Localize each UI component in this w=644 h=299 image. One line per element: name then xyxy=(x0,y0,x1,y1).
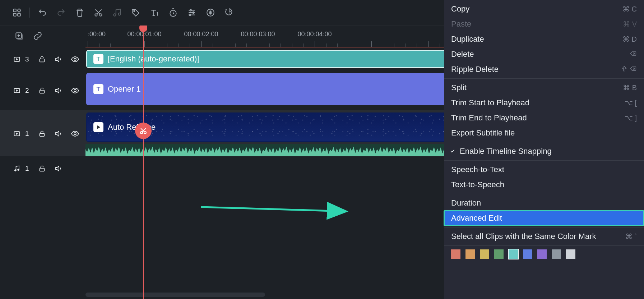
eye-icon[interactable] xyxy=(70,55,80,64)
stopwatch-icon[interactable] xyxy=(166,6,180,19)
menu-shortcut: ⌘ D xyxy=(622,35,637,43)
track-headers: 3 2 1 1 xyxy=(0,26,85,299)
cut-icon[interactable] xyxy=(92,6,105,19)
menu-item-trim-start-to-playhead[interactable]: Trim Start to Playhead⌥ [ xyxy=(444,95,644,110)
swatch[interactable] xyxy=(480,249,489,259)
swatch[interactable] xyxy=(509,249,518,259)
ruler-timecode: 00:00:04:00 xyxy=(297,31,332,38)
play-badge-icon xyxy=(93,122,103,132)
voice-icon[interactable] xyxy=(204,6,217,19)
menu-item-select-all-clips-with-the-same-color-mark[interactable]: Select all Clips with the Same Color Mar… xyxy=(444,229,644,244)
menu-item-duplicate[interactable]: Duplicate⌘ D xyxy=(444,32,644,47)
swatch[interactable] xyxy=(523,249,532,259)
link-icon[interactable] xyxy=(33,31,42,42)
menu-shortcut: ⌘ ` xyxy=(625,232,637,241)
duration-icon[interactable]: T xyxy=(222,6,236,19)
apps-icon[interactable] xyxy=(10,6,24,19)
speaker-icon[interactable] xyxy=(54,164,63,173)
eye-icon[interactable] xyxy=(70,129,80,138)
menu-item-trim-end-to-playhead[interactable]: Trim End to Playhead⌥ ] xyxy=(444,110,644,125)
menu-item-label: Copy xyxy=(451,4,469,14)
swatch[interactable] xyxy=(451,249,460,259)
menu-item-label: Duration xyxy=(451,198,481,208)
menu-shortcut xyxy=(621,65,637,74)
delete-icon[interactable] xyxy=(73,6,87,19)
track-header-3: 3 xyxy=(0,48,85,70)
speaker-icon[interactable] xyxy=(54,86,63,95)
svg-rect-0 xyxy=(13,9,16,12)
swatch[interactable] xyxy=(537,249,547,259)
add-track-icon[interactable] xyxy=(14,31,24,42)
scrollbar-thumb[interactable] xyxy=(85,293,265,297)
track-number: 1 xyxy=(25,130,30,138)
menu-item-delete[interactable]: Delete xyxy=(444,47,644,62)
svg-rect-2 xyxy=(13,13,16,16)
menu-item-label: Text-to-Speech xyxy=(451,180,504,189)
menu-item-export-subtitle-file[interactable]: Export Subtitle file xyxy=(444,125,644,141)
svg-point-6 xyxy=(113,14,116,16)
tag-icon[interactable] xyxy=(129,6,143,19)
menu-item-label: Paste xyxy=(451,19,471,29)
lock-icon[interactable] xyxy=(37,55,47,64)
ruler-timecode: 00:00:03:00 xyxy=(241,31,275,38)
svg-point-4 xyxy=(95,14,97,16)
speaker-icon[interactable] xyxy=(54,55,63,64)
track-number: 1 xyxy=(25,165,30,172)
svg-point-28 xyxy=(140,132,143,134)
video-track-icon xyxy=(12,129,22,138)
swatch[interactable] xyxy=(494,249,504,259)
separator xyxy=(29,8,30,18)
menu-item-label: Trim Start to Playhead xyxy=(451,98,529,107)
redo-icon[interactable] xyxy=(54,6,68,19)
menu-shortcut: ⌥ ] xyxy=(625,114,637,122)
video-track-icon xyxy=(12,55,22,64)
menu-item-split[interactable]: Split⌘ B xyxy=(444,80,644,95)
svg-rect-23 xyxy=(40,133,45,136)
lock-icon[interactable] xyxy=(37,164,47,173)
swatch[interactable] xyxy=(465,249,475,259)
menu-item-duration[interactable]: Duration xyxy=(444,196,644,211)
menu-item-label: Select all Clips with the Same Color Mar… xyxy=(451,232,596,241)
video-track-icon xyxy=(12,86,22,95)
swatch[interactable] xyxy=(552,249,561,259)
track-number: 2 xyxy=(25,87,30,95)
svg-rect-27 xyxy=(40,168,45,171)
audio-track-icon xyxy=(12,164,22,173)
lock-icon[interactable] xyxy=(37,129,47,138)
menu-item-copy[interactable]: Copy⌘ C xyxy=(444,1,644,17)
menu-item-paste: Paste⌘ V xyxy=(444,17,644,32)
playhead-cut-icon[interactable] xyxy=(135,123,152,139)
sliders-icon[interactable] xyxy=(185,6,199,19)
svg-point-21 xyxy=(74,89,76,92)
svg-rect-3 xyxy=(18,13,20,16)
menu-item-label: Enable Timeline Snapping xyxy=(460,147,552,156)
svg-point-8 xyxy=(134,10,135,12)
text-badge-icon xyxy=(93,84,103,94)
menu-item-enable-timeline-snapping[interactable]: Enable Timeline Snapping xyxy=(444,144,644,159)
playhead[interactable] xyxy=(143,26,144,299)
svg-point-25 xyxy=(14,169,16,171)
svg-rect-1 xyxy=(17,9,21,13)
menu-item-advanced-edit[interactable]: Advanced Edit xyxy=(444,211,644,226)
menu-item-label: Export Subtitle file xyxy=(451,128,515,138)
svg-point-18 xyxy=(74,58,76,60)
track-header-2: 2 xyxy=(0,70,85,110)
svg-rect-17 xyxy=(40,59,45,62)
eye-icon[interactable] xyxy=(70,86,80,95)
menu-item-label: Ripple Delete xyxy=(451,65,499,74)
menu-item-label: Split xyxy=(451,83,467,92)
menu-item-speech-to-text[interactable]: Speech-to-Text xyxy=(444,162,644,177)
music-icon[interactable] xyxy=(110,6,124,19)
lock-icon[interactable] xyxy=(37,86,47,95)
menu-item-text-to-speech[interactable]: Text-to-Speech xyxy=(444,177,644,192)
text-badge-icon xyxy=(93,54,103,64)
speaker-icon[interactable] xyxy=(54,129,63,138)
text-icon[interactable] xyxy=(148,6,161,19)
context-menu: Copy⌘ CPaste⌘ VDuplicate⌘ DDeleteRipple … xyxy=(444,0,644,299)
svg-rect-20 xyxy=(40,90,45,93)
menu-item-label: Trim End to Playhead xyxy=(451,113,527,123)
swatch[interactable] xyxy=(566,249,575,259)
undo-icon[interactable] xyxy=(36,6,49,19)
svg-point-29 xyxy=(144,132,146,134)
menu-item-ripple-delete[interactable]: Ripple Delete xyxy=(444,62,644,77)
